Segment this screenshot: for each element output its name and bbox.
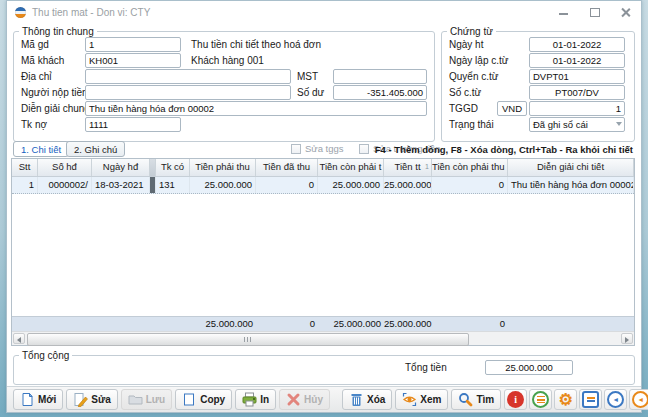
close-icon[interactable]	[620, 7, 631, 17]
list-button[interactable]	[529, 389, 552, 410]
scroll-left-icon[interactable]	[13, 333, 25, 344]
info-button[interactable]	[504, 389, 527, 410]
form-button[interactable]	[579, 389, 602, 410]
cancel-x-icon	[286, 392, 301, 407]
tong-tien-input[interactable]: 25.000.000	[485, 360, 573, 375]
minimize-icon[interactable]	[558, 7, 569, 17]
list-icon	[532, 391, 549, 408]
col-header-tien-da-thu[interactable]: Tiền đã thu	[256, 159, 318, 176]
sua-tggs-option[interactable]: Sửa tggs	[291, 143, 344, 154]
sua-truong-tien-checkbox[interactable]	[359, 144, 369, 154]
ma-khach-description: Khách hàng 001	[191, 53, 264, 68]
bottom-toolbar: Mới Sửa Lưu Copy In Hủy Xóa Xem	[7, 386, 641, 412]
copy-icon	[182, 392, 197, 407]
sua-tggs-checkbox[interactable]	[291, 144, 301, 154]
cell-dien-giai: Thu tiền hàng hóa đơn 00002	[508, 177, 634, 193]
table-row[interactable]: 1 0000002/ 18-03-2021 131 25.000.000 0 2…	[12, 177, 634, 194]
title-bar[interactable]: Thu tien mat - Don vi: CTY	[7, 1, 641, 23]
find-button[interactable]: Tìm	[451, 389, 501, 410]
col-header-ngay-hd[interactable]: Ngày hđ	[92, 159, 150, 176]
tk-no-input[interactable]: 1111	[85, 117, 181, 132]
new-document-icon	[20, 392, 35, 407]
first-record-icon	[607, 391, 624, 408]
total-tien-phai-thu: 25.000.000	[190, 317, 256, 331]
keyboard-hint: F4 - Thêm dòng, F8 - Xóa dòng, Ctrl+Tab …	[375, 144, 633, 155]
tab-ghi-chu[interactable]: 2. Ghi chú	[66, 141, 125, 157]
cell-so-hd: 0000002/	[38, 177, 92, 193]
cell-tien-da-thu: 0	[256, 177, 318, 193]
nguoi-nop-label: Người nộp tiền	[21, 85, 88, 100]
save-button: Lưu	[121, 389, 172, 410]
col-header-tien-tt-label: Tiền tt	[394, 161, 420, 172]
total-tien-tt: 25.000.000	[384, 317, 432, 331]
so-du-label: Số dư	[297, 85, 324, 100]
gear-icon	[557, 391, 574, 408]
so-ctu-input[interactable]: PT007/DV	[529, 85, 625, 100]
detail-grid: Stt Số hđ Ngày hđ Tk có Tiền phải thu Ti…	[11, 158, 635, 346]
total-tien-con-phai-thu-2: 0	[432, 317, 508, 331]
col-header-tien-con-phai-thu[interactable]: Tiền còn phải t	[318, 159, 384, 176]
col-header-tien-con-phai-thu-2[interactable]: Tiền còn phải thu 2	[432, 159, 508, 176]
cell-tien-con-phai-thu-2: 0	[432, 177, 508, 193]
cell-tien-con-phai-thu: 25.000.000	[318, 177, 384, 193]
so-ctu-label: Số c.từ	[449, 85, 481, 100]
new-button[interactable]: Mới	[13, 389, 63, 410]
col-header-dien-giai[interactable]: Diễn giải chi tiết	[508, 159, 634, 176]
sort-indicator: 1	[425, 162, 429, 171]
chevron-down-icon	[616, 122, 622, 126]
grid-totals-row: 25.000.000 0 25.000.000 25.000.000 0	[12, 316, 634, 331]
delete-button[interactable]: Xóa	[342, 389, 392, 410]
total-tien-con-phai-thu: 25.000.000	[318, 317, 384, 331]
prev-record-button[interactable]	[629, 389, 648, 410]
ngay-lap-label: Ngày lập c.từ	[449, 53, 509, 68]
trang-thai-dropdown[interactable]: Đã ghi sổ cái	[529, 117, 625, 132]
print-button[interactable]: In	[235, 389, 276, 410]
document-legend: Chứng từ	[447, 26, 496, 37]
scrollbar-thumb[interactable]	[27, 333, 469, 346]
total-legend: Tổng cộng	[19, 350, 72, 361]
col-header-stt[interactable]: Stt	[12, 159, 38, 176]
form-icon	[582, 391, 599, 408]
trang-thai-label: Trạng thái	[449, 117, 494, 132]
col-header-so-hd[interactable]: Số hđ	[38, 159, 92, 176]
ngay-lap-input[interactable]: 01-01-2022	[529, 53, 625, 68]
ngay-ht-input[interactable]: 01-01-2022	[529, 37, 625, 52]
view-button[interactable]: Xem	[395, 389, 448, 410]
scroll-right-icon[interactable]	[621, 333, 633, 344]
tk-no-label: Tk nợ	[21, 117, 47, 132]
tggd-input[interactable]: 1	[529, 101, 625, 116]
new-button-label: Mới	[38, 394, 56, 405]
sua-tggs-label: Sửa tggs	[305, 143, 344, 154]
ma-gd-input[interactable]: 1	[85, 37, 181, 52]
cell-tien-tt: 25.000.000	[384, 177, 432, 193]
search-icon	[458, 392, 473, 407]
col-header-tien-tt[interactable]: Tiền tt 1	[384, 159, 432, 176]
edit-icon	[73, 392, 88, 407]
cell-tien-phai-thu: 25.000.000	[190, 177, 256, 193]
quyen-ctu-input[interactable]: DVPT01	[529, 69, 625, 84]
settings-button[interactable]	[554, 389, 577, 410]
nguoi-nop-input[interactable]	[85, 85, 291, 100]
horizontal-scrollbar[interactable]	[12, 331, 634, 345]
dien-giai-input[interactable]: Thu tiền hàng hóa đơn 00002	[85, 101, 427, 116]
dia-chi-input[interactable]	[85, 69, 291, 84]
dia-chi-label: Địa chỉ	[21, 69, 52, 84]
dien-giai-label: Diễn giải chung	[21, 101, 90, 116]
col-header-tk-co[interactable]: Tk có	[156, 159, 190, 176]
window-title: Thu tien mat - Don vi: CTY	[32, 7, 150, 18]
ma-khach-input[interactable]: KH001	[85, 53, 181, 68]
ma-gd-description: Thu tiền chi tiết theo hoá đơn	[191, 37, 321, 52]
app-window: Thu tien mat - Don vi: CTY Thông tin chu…	[6, 0, 642, 413]
cancel-button: Hủy	[279, 389, 330, 410]
printer-icon	[242, 392, 257, 407]
edit-button[interactable]: Sửa	[66, 389, 117, 410]
col-header-tien-phai-thu[interactable]: Tiền phải thu	[190, 159, 256, 176]
maximize-icon[interactable]	[589, 7, 600, 17]
app-icon	[15, 7, 26, 18]
mst-input[interactable]	[333, 69, 427, 84]
total-tien-da-thu: 0	[256, 317, 318, 331]
tab-chi-tiet[interactable]: 1. Chi tiết	[13, 141, 69, 157]
copy-button[interactable]: Copy	[175, 389, 232, 410]
tggd-currency[interactable]: VND	[497, 101, 527, 116]
first-record-button[interactable]	[604, 389, 627, 410]
